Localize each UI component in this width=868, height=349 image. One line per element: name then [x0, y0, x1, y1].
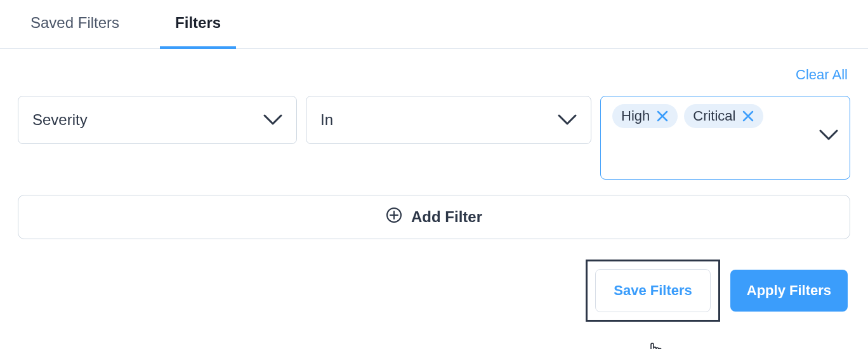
filter-row: Severity In High Critical: [18, 96, 850, 180]
tab-filters[interactable]: Filters: [160, 0, 236, 48]
filter-chip-critical: Critical: [684, 104, 763, 128]
filter-operator-select[interactable]: In: [306, 96, 591, 144]
plus-circle-icon: [386, 207, 402, 227]
remove-chip-icon[interactable]: [656, 110, 669, 122]
apply-filters-button[interactable]: Apply Filters: [730, 270, 848, 312]
cursor-hand-icon: [645, 341, 663, 349]
filter-chip-high: High: [612, 104, 678, 128]
add-filter-button[interactable]: Add Filter: [18, 195, 850, 239]
chevron-down-icon: [819, 129, 838, 141]
clear-row: Clear All: [18, 67, 850, 83]
filter-value-chips: High Critical: [612, 104, 763, 128]
tab-saved-filters[interactable]: Saved Filters: [15, 0, 135, 48]
filters-panel: Clear All Severity In High: [0, 49, 868, 322]
remove-chip-icon[interactable]: [742, 110, 754, 122]
clear-all-button[interactable]: Clear All: [796, 67, 848, 83]
filter-field-value: Severity: [32, 111, 88, 129]
filter-operator-value: In: [320, 111, 333, 129]
add-filter-label: Add Filter: [411, 208, 482, 226]
filter-values-select[interactable]: High Critical: [600, 96, 850, 180]
filter-chip-label: Critical: [693, 108, 735, 124]
filter-field-select[interactable]: Severity: [18, 96, 297, 144]
chevron-down-icon: [558, 114, 577, 126]
tabs-bar: Saved Filters Filters: [0, 0, 868, 49]
chevron-down-icon: [263, 114, 282, 126]
save-filters-button[interactable]: Save Filters: [595, 269, 711, 312]
footer-actions: Save Filters Apply Filters: [18, 260, 850, 322]
save-filters-highlight: Save Filters: [586, 260, 720, 322]
filter-chip-label: High: [621, 108, 650, 124]
